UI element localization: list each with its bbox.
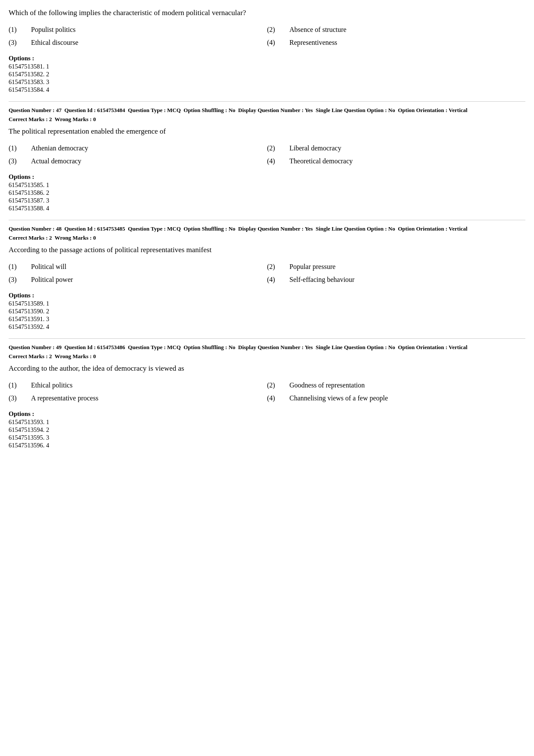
option-text: A representative process xyxy=(31,394,98,402)
option-text: Ethical discourse xyxy=(31,39,78,47)
option-code-1: 61547513585. 1 xyxy=(9,181,525,189)
options-label: Options : xyxy=(9,173,525,181)
option-46-2[interactable]: (2) Absence of structure xyxy=(267,25,525,35)
question-49-meta: Question Number : 49 Question Id : 61547… xyxy=(9,338,525,352)
option-num: (3) xyxy=(9,39,24,47)
question-48-text: According to the passage actions of poli… xyxy=(9,245,525,256)
options-label: Options : xyxy=(9,55,525,62)
option-code-3: 61547513587. 3 xyxy=(9,197,525,204)
option-48-2[interactable]: (2) Popular pressure xyxy=(267,262,525,272)
option-text: Goodness of representation xyxy=(289,381,365,389)
option-47-2[interactable]: (2) Liberal democracy xyxy=(267,143,525,153)
option-48-3[interactable]: (3) Political power xyxy=(9,275,267,285)
option-46-3[interactable]: (3) Ethical discourse xyxy=(9,37,267,48)
question-47-options: (1) Athenian democracy (2) Liberal democ… xyxy=(9,143,525,166)
option-48-4[interactable]: (4) Self-effacing behaviour xyxy=(267,275,525,285)
option-code-1: 61547513581. 1 xyxy=(9,63,525,70)
option-49-2[interactable]: (2) Goodness of representation xyxy=(267,380,525,390)
option-49-4[interactable]: (4) Channelising views of a few people xyxy=(267,393,525,403)
question-48-options: (1) Political will (2) Popular pressure … xyxy=(9,262,525,285)
option-48-1[interactable]: (1) Political will xyxy=(9,262,267,272)
option-num: (4) xyxy=(267,157,283,165)
option-text: Populist politics xyxy=(31,26,76,34)
options-codes-47: Options : 61547513585. 1 61547513586. 2 … xyxy=(9,173,525,212)
option-code-2: 61547513590. 2 xyxy=(9,308,525,315)
option-code-4: 61547513584. 4 xyxy=(9,86,525,94)
option-num: (1) xyxy=(9,263,24,271)
option-num: (1) xyxy=(9,144,24,152)
option-text: Self-effacing behaviour xyxy=(289,276,354,284)
option-code-4: 61547513596. 4 xyxy=(9,442,525,449)
options-codes-49: Options : 61547513593. 1 61547513594. 2 … xyxy=(9,410,525,449)
option-code-3: 61547513583. 3 xyxy=(9,78,525,86)
question-47-marks: Correct Marks : 2 Wrong Marks : 0 xyxy=(9,116,525,123)
option-text: Popular pressure xyxy=(289,263,335,271)
question-49-options: (1) Ethical politics (2) Goodness of rep… xyxy=(9,380,525,403)
option-code-4: 61547513588. 4 xyxy=(9,205,525,212)
option-text: Theoretical democracy xyxy=(289,157,353,165)
question-47-meta: Question Number : 47 Question Id : 61547… xyxy=(9,101,525,115)
option-text: Athenian democracy xyxy=(31,144,88,152)
option-num: (4) xyxy=(267,276,283,284)
option-num: (4) xyxy=(267,39,283,47)
question-48-meta: Question Number : 48 Question Id : 61547… xyxy=(9,220,525,233)
option-46-1[interactable]: (1) Populist politics xyxy=(9,25,267,35)
question-49-marks: Correct Marks : 2 Wrong Marks : 0 xyxy=(9,353,525,360)
option-code-2: 61547513594. 2 xyxy=(9,426,525,434)
option-num: (3) xyxy=(9,276,24,284)
option-num: (4) xyxy=(267,394,283,402)
option-num: (3) xyxy=(9,394,24,402)
option-49-3[interactable]: (3) A representative process xyxy=(9,393,267,403)
options-codes-46: Options : 61547513581. 1 61547513582. 2 … xyxy=(9,55,525,94)
options-codes-48: Options : 61547513589. 1 61547513590. 2 … xyxy=(9,292,525,331)
option-num: (3) xyxy=(9,157,24,165)
options-label: Options : xyxy=(9,410,525,418)
option-code-4: 61547513592. 4 xyxy=(9,323,525,331)
option-num: (2) xyxy=(267,381,283,389)
option-code-2: 61547513582. 2 xyxy=(9,71,525,78)
option-code-3: 61547513595. 3 xyxy=(9,434,525,441)
option-code-3: 61547513591. 3 xyxy=(9,316,525,323)
option-46-4[interactable]: (4) Representiveness xyxy=(267,37,525,48)
option-49-1[interactable]: (1) Ethical politics xyxy=(9,380,267,390)
option-code-2: 61547513586. 2 xyxy=(9,189,525,197)
question-46-options: (1) Populist politics (2) Absence of str… xyxy=(9,25,525,48)
question-49: Question Number : 49 Question Id : 61547… xyxy=(9,338,525,449)
option-num: (2) xyxy=(267,26,283,34)
option-text: Representiveness xyxy=(289,39,337,47)
question-47-text: The political representation enabled the… xyxy=(9,126,525,137)
option-text: Liberal democracy xyxy=(289,144,341,152)
option-47-4[interactable]: (4) Theoretical democracy xyxy=(267,156,525,166)
options-label: Options : xyxy=(9,292,525,299)
option-47-3[interactable]: (3) Actual democracy xyxy=(9,156,267,166)
option-code-1: 61547513593. 1 xyxy=(9,419,525,426)
option-47-1[interactable]: (1) Athenian democracy xyxy=(9,143,267,153)
question-48-marks: Correct Marks : 2 Wrong Marks : 0 xyxy=(9,234,525,241)
question-49-text: According to the author, the idea of dem… xyxy=(9,363,525,374)
question-46: Which of the following implies the chara… xyxy=(9,8,525,94)
option-num: (1) xyxy=(9,381,24,389)
option-num: (1) xyxy=(9,26,24,34)
option-text: Channelising views of a few people xyxy=(289,394,388,402)
option-text: Actual democracy xyxy=(31,157,81,165)
question-48: Question Number : 48 Question Id : 61547… xyxy=(9,220,525,331)
option-num: (2) xyxy=(267,144,283,152)
option-text: Absence of structure xyxy=(289,26,346,34)
option-num: (2) xyxy=(267,263,283,271)
option-text: Ethical politics xyxy=(31,381,72,389)
option-text: Political will xyxy=(31,263,66,271)
question-47: Question Number : 47 Question Id : 61547… xyxy=(9,101,525,212)
option-text: Political power xyxy=(31,276,73,284)
option-code-1: 61547513589. 1 xyxy=(9,300,525,307)
question-46-text: Which of the following implies the chara… xyxy=(9,8,525,19)
